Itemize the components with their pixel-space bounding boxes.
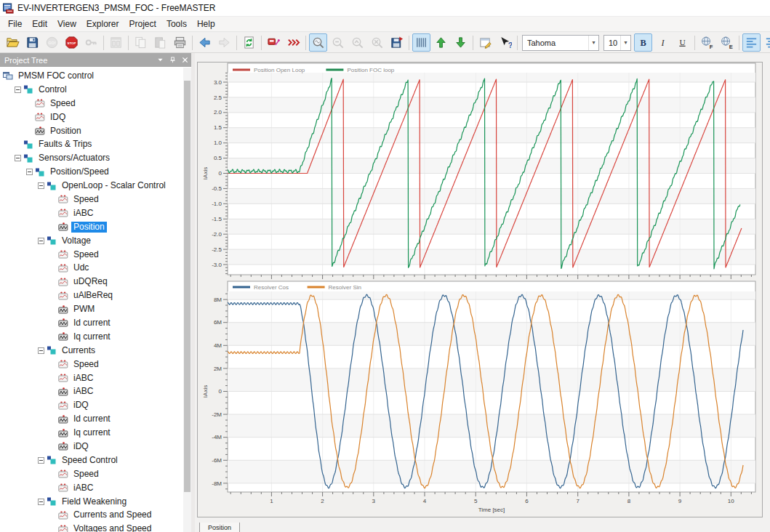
tree-item-pmsm-foc-control[interactable]: PMSM FOC control [0,69,183,83]
tree-collapse-icon[interactable] [38,182,44,189]
group-icon [47,181,57,190]
project-tree-title: Project Tree [0,56,154,65]
tree-item-idq[interactable]: IDQ [0,110,183,124]
svg-text:0.5: 0.5 [214,155,222,161]
tree-item-speed-control[interactable]: Speed Control [0,454,183,467]
stop-button[interactable]: STOP [63,33,81,52]
recorder-icon [58,332,69,342]
menu-tools[interactable]: Tools [161,17,192,31]
tree-item-speed[interactable]: Speed [0,467,183,481]
menu-project[interactable]: Project [124,17,161,31]
scope-zoom-button[interactable] [309,33,327,52]
tree-item-position-speed[interactable]: Position/Speed [0,165,183,179]
move-down-button[interactable] [452,33,470,52]
tree-item-id-current[interactable]: Id current [0,412,183,426]
tree-item-ualbereq[interactable]: uAlBeReq [0,289,183,302]
tree-collapse-icon[interactable] [38,457,44,464]
watch-var-button[interactable] [265,33,283,52]
tree-collapse-icon[interactable] [38,238,44,244]
italic-button[interactable]: I [654,33,672,52]
tree-collapse-icon[interactable] [15,86,21,93]
tree-item-udc[interactable]: Udc [0,261,183,275]
tree-item-label: Position [71,222,107,233]
scope-icon [58,277,69,286]
menu-edit[interactable]: Edit [27,17,52,31]
tree-item-iabc[interactable]: iABC [0,384,183,398]
tree-collapse-icon[interactable] [15,155,21,161]
tree-item-iq-current[interactable]: Iq current [0,426,183,440]
align-left-button[interactable] [742,33,761,52]
tree-item-position[interactable]: Position [0,124,183,138]
tree-item-pwm[interactable]: PWM [0,302,183,316]
tree-item-field-weakening[interactable]: Field Weakening [0,495,183,509]
scope-restore-button [348,33,366,52]
tree-item-label: Speed [71,249,101,260]
copy-button [132,33,150,52]
recorder-icon [35,126,46,136]
underline-button[interactable]: U [673,33,691,52]
tree-item-control[interactable]: Control [0,83,183,97]
scope-icon [58,400,69,410]
tree-collapse-icon[interactable] [26,169,33,175]
tree-item-iabc[interactable]: iABC [0,481,183,495]
bold-button[interactable]: B [634,33,652,52]
freemaster-window: EV-INVERTERGEN3_PMSM_FOC - FreeMASTER Fi… [0,0,770,532]
move-up-button[interactable] [432,33,450,52]
save-project-button[interactable] [23,33,41,52]
tree-item-speed[interactable]: Speed [0,193,183,206]
context-help-button[interactable]: ? [496,33,514,52]
tree-item-iq-current[interactable]: Iq current [0,330,183,344]
tree-scrollbar[interactable] [183,68,191,532]
menu-file[interactable]: File [3,17,27,31]
tree-item-iabc[interactable]: iABC [0,206,183,220]
font-larger-button[interactable]: F [698,33,716,52]
scope-icon [58,374,69,383]
menu-view[interactable]: View [52,17,81,31]
menu-explorer[interactable]: Explorer [81,17,124,31]
align-center-button[interactable] [762,33,770,52]
tree-scrollbar-thumb[interactable] [184,81,191,492]
menu-help[interactable]: Help [192,17,220,31]
tree-collapse-icon[interactable] [38,499,44,505]
tree-item-sensors-actuators[interactable]: Sensors/Actuators [0,151,183,165]
svg-text:-2.0: -2.0 [212,231,222,238]
tree-item-voltage[interactable]: Voltage [0,234,183,248]
tree-item-speed[interactable]: Speed [0,358,183,371]
print-button[interactable] [171,33,189,52]
tree-collapse-icon[interactable] [38,347,44,354]
tree-item-speed[interactable]: Speed [0,248,183,262]
tree-item-faults-trips[interactable]: Faults & Trips [0,137,183,151]
font-smaller-button[interactable]: E [718,33,736,52]
back-button[interactable] [196,33,214,52]
panel-close-icon[interactable] [179,55,191,65]
chevron-down-icon[interactable]: ▾ [588,36,598,50]
chevron-down-icon[interactable]: ▾ [620,36,630,50]
tree-item-iabc[interactable]: iABC [0,371,183,385]
svg-text:0: 0 [219,170,222,177]
size-combo[interactable]: 10▾ [603,35,631,51]
scope-save-button[interactable] [388,33,406,52]
fast-vars-button[interactable] [284,33,302,52]
panel-menu-chevron-down-icon[interactable] [154,55,166,65]
tab-position[interactable]: Position [199,523,240,532]
tree-item-currents[interactable]: Currents [0,344,183,358]
open-project-button[interactable] [4,33,22,52]
properties-button[interactable] [476,33,494,52]
svg-text:3: 3 [372,498,376,504]
reload-button[interactable] [240,33,258,52]
tree-item-idq[interactable]: iDQ [0,440,183,454]
tree-item-voltages-and-speed[interactable]: Voltages and Speed [0,522,183,532]
tree-item-id-current[interactable]: Id current [0,316,183,330]
tree-item-idq[interactable]: iDQ [0,398,183,412]
tree-item-label: Speed [71,469,101,480]
tree-item-speed[interactable]: Speed [0,97,183,110]
font-combo[interactable]: Tahoma▾ [522,35,599,51]
recorder-icon [58,428,69,438]
panel-pin-icon[interactable] [167,55,178,65]
tree-item-position[interactable]: Position [0,220,183,234]
project-tree-panel: Project Tree PMSM FOC controlControlSpee… [0,53,191,532]
grid-button[interactable] [412,33,430,52]
tree-item-currents-and-speed[interactable]: Currents and Speed [0,509,183,523]
tree-item-udqreq[interactable]: uDQReq [0,275,183,289]
tree-item-openloop-scalar-control[interactable]: OpenLoop - Scalar Control [0,179,183,193]
